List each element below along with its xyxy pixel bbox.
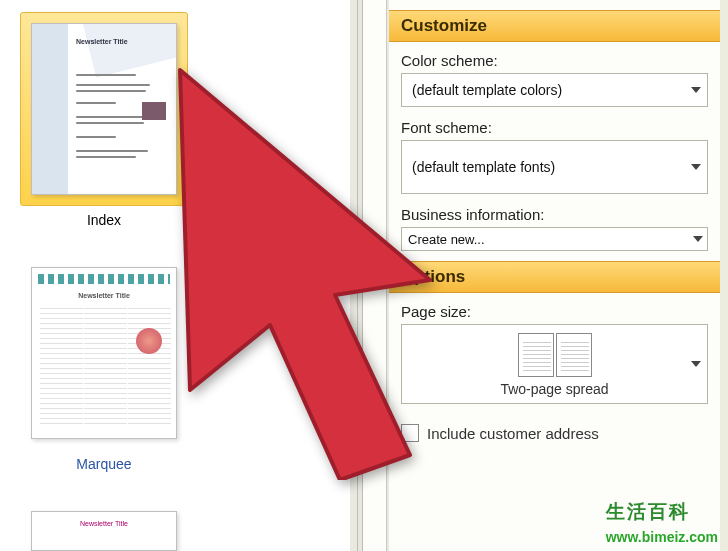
page-size-label: Page size: <box>401 303 708 320</box>
chevron-down-icon <box>691 361 701 367</box>
color-scheme-label: Color scheme: <box>401 52 708 69</box>
page-size-dropdown[interactable]: Two-page spread <box>401 324 708 404</box>
chevron-down-icon <box>691 164 701 170</box>
template-card-marquee[interactable]: Newsletter Title Marquee <box>14 256 194 472</box>
color-scheme-value: (default template colors) <box>412 82 562 98</box>
template-label: Marquee <box>76 456 131 472</box>
chevron-down-icon <box>691 87 701 93</box>
template-card-index[interactable]: Newsletter Title Index <box>14 12 194 228</box>
template-thumbnail: Newsletter Title <box>31 23 177 195</box>
template-card-next[interactable]: Newsletter Title <box>14 500 194 551</box>
template-gallery: Newsletter Title Index Newsletter Title <box>0 0 350 551</box>
gutter <box>363 0 387 551</box>
font-scheme-label: Font scheme: <box>401 119 708 136</box>
font-scheme-value: (default template fonts) <box>412 159 555 175</box>
scrollbar[interactable] <box>720 0 728 551</box>
template-thumbnail: Newsletter Title <box>31 267 177 439</box>
color-scheme-dropdown[interactable]: (default template colors) <box>401 73 708 107</box>
include-customer-label: Include customer address <box>427 425 599 442</box>
business-info-value: Create new... <box>408 232 485 247</box>
chevron-down-icon <box>693 236 703 242</box>
options-header: Options <box>389 261 720 293</box>
business-info-dropdown[interactable]: Create new... <box>401 227 708 251</box>
customize-header: Customize <box>389 10 720 42</box>
two-page-spread-icon <box>518 333 592 377</box>
include-customer-checkbox[interactable] <box>401 424 419 442</box>
business-info-label: Business information: <box>401 206 708 223</box>
customize-panel: Customize Color scheme: (default templat… <box>389 0 720 551</box>
page-size-value: Two-page spread <box>500 381 608 397</box>
font-scheme-dropdown[interactable]: (default template fonts) <box>401 140 708 194</box>
template-label: Index <box>87 212 121 228</box>
template-thumbnail: Newsletter Title <box>31 511 177 551</box>
